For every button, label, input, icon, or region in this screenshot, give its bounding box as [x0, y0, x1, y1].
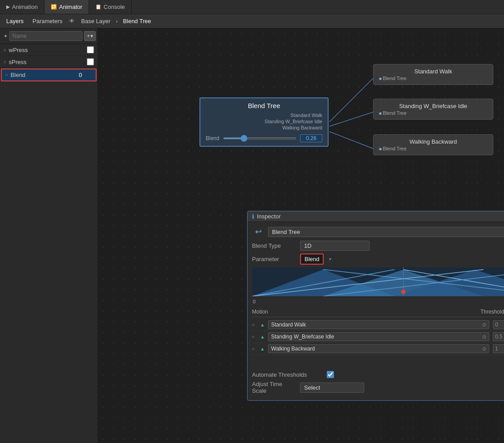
base-layer-breadcrumb[interactable]: Base Layer — [77, 14, 115, 28]
parameter-value-highlighted: Blend — [300, 254, 324, 265]
motion-name-0: Standard Walk — [271, 322, 480, 328]
standard-walk-title: Standard Walk — [379, 68, 488, 75]
blend-type-select[interactable]: 1D 2D Simple Directional 2D Freeform Dir… — [300, 241, 370, 251]
search-input[interactable] — [9, 31, 82, 41]
automate-thresholds-label: Automate Thresholds — [252, 371, 323, 378]
walking-backward-node[interactable]: Walking Backward ■ Blend Tree — [373, 134, 493, 155]
connector-dot2: ■ — [379, 111, 383, 116]
motion-arrow-1: ▲ — [260, 334, 266, 339]
blend-value-display: 0.26 — [300, 134, 322, 142]
param-value-blend[interactable] — [79, 72, 92, 78]
automate-thresholds-row: Automate Thresholds — [252, 371, 504, 378]
svg-point-13 — [401, 290, 406, 294]
adjust-time-scale-select[interactable]: Select Homogeneous Speed — [300, 383, 364, 393]
info-icon: ℹ — [252, 213, 254, 220]
main-node-sub2: Standing W_Briefcase Idle — [206, 118, 322, 125]
animator-tab-label: Animator — [59, 4, 82, 10]
inspector-titlebar: ℹ Inspector 🔒 ⋮ — [248, 211, 504, 222]
adjust-time-scale-wrapper: Select Homogeneous Speed ▾ — [300, 383, 504, 393]
search-decoration: ✦ — [4, 33, 8, 39]
inspector-title-label: Inspector — [257, 213, 280, 220]
blend-tree-name-input[interactable] — [268, 227, 504, 237]
tab-animator[interactable]: 🔁 Animator — [45, 0, 89, 14]
blend-tree-breadcrumb[interactable]: Blend Tree — [118, 14, 155, 28]
param-checkbox-wpress[interactable] — [87, 46, 94, 53]
motion-circle-1[interactable]: ⊙ — [482, 334, 486, 340]
motion-name-wrap-1: Standing W_Briefcase Idle ⊙ — [268, 332, 489, 341]
animation-icon: ▶ — [6, 4, 10, 10]
connector-dot: ■ — [379, 76, 383, 81]
blend-type-select-wrapper: 1D 2D Simple Directional 2D Freeform Dir… — [300, 241, 504, 251]
eye-icon[interactable]: 👁 — [67, 16, 77, 26]
inspector-body: ↩ ? ⋮ Blend Type 1D 2D Simple Directiona… — [248, 222, 504, 400]
param-name-blend: Blend — [11, 72, 76, 78]
top-tab-bar: ▶ Animation 🔁 Animator 📋 Console — [0, 0, 504, 14]
range-min-label: 0 — [253, 299, 256, 304]
standing-briefcase-node[interactable]: Standing W_Briefcase Idle ■ Blend Tree — [373, 99, 493, 120]
main-node-sub3: Walking Backward — [206, 125, 322, 131]
main-blend-tree-node[interactable]: Blend Tree Standard Walk Standing W_Brie… — [199, 97, 329, 147]
standard-walk-sub-label: Blend Tree — [383, 76, 406, 81]
motion-circle-0[interactable]: ⊙ — [482, 322, 486, 328]
drag-handle-blend-icon: ≡ — [5, 72, 8, 77]
threshold-col-label: Threshold — [480, 309, 504, 315]
motion-arrow-0: ▲ — [260, 322, 266, 327]
blend-tree-name-row: ↩ ? ⋮ — [252, 226, 504, 238]
sidebar-item-blend: ≡ Blend — [1, 68, 97, 81]
motion-header: Motion Threshold ⊕ ⟺ — [252, 307, 504, 317]
drag-handle-icon: ≡ — [4, 48, 6, 52]
motion-threshold-1[interactable] — [493, 332, 504, 341]
drag-handle-motion-1: ≡ — [252, 334, 258, 339]
motion-buttons: + − — [252, 357, 504, 367]
parameter-value-text: Blend — [305, 256, 319, 262]
blend-graph-svg — [252, 267, 504, 296]
motion-name-1: Standing W_Briefcase Idle — [271, 334, 480, 340]
motion-name-wrap-0: Standard Walk ⊙ — [268, 320, 489, 329]
blend-graph — [252, 267, 504, 296]
param-name-spress: sPress — [9, 59, 84, 65]
console-tab-label: Console — [104, 4, 125, 10]
walking-backward-title: Walking Backward — [379, 138, 488, 145]
inspector-title-left: ℹ Inspector — [252, 213, 280, 220]
automate-thresholds-checkbox[interactable] — [327, 371, 334, 378]
standard-walk-sub: ■ Blend Tree — [379, 76, 488, 81]
drag-handle-motion-2: ≡ — [252, 346, 258, 351]
blend-slider-label: Blend — [206, 135, 219, 141]
chevron-down-icon: ▾ — [90, 33, 93, 39]
param-name-wpress: wPress — [9, 47, 84, 53]
motion-col-label: Motion — [252, 309, 480, 315]
walking-backward-sub: ■ Blend Tree — [379, 146, 488, 151]
console-icon: 📋 — [95, 4, 102, 10]
sidebar-search-bar: ✦ + ▾ — [0, 28, 98, 44]
motion-row-0: ≡ ▲ Standard Walk ⊙ — [252, 319, 504, 331]
standing-briefcase-title: Standing W_Briefcase Idle — [379, 103, 488, 109]
motion-threshold-0[interactable] — [493, 320, 504, 329]
param-checkbox-spress[interactable] — [87, 58, 94, 65]
parameter-row: Parameter Blend ▾ — [252, 254, 504, 265]
main-layout: ✦ + ▾ ≡ wPress ≡ sPress ≡ Blend — [0, 28, 504, 443]
svg-line-0 — [329, 78, 373, 122]
sidebar-item-spress: ≡ sPress — [0, 56, 98, 68]
tab-console[interactable]: 📋 Console — [89, 0, 132, 14]
animator-icon: 🔁 — [51, 4, 57, 10]
motion-circle-2[interactable]: ⊙ — [482, 346, 486, 352]
graph-area[interactable]: Blend Tree Standard Walk Standing W_Brie… — [98, 28, 504, 443]
standard-walk-node[interactable]: Standard Walk ■ Blend Tree — [373, 64, 493, 85]
motion-name-wrap-2: Walking Backward ⊙ — [268, 344, 489, 353]
add-param-button[interactable]: + ▾ — [84, 31, 96, 41]
svg-line-1 — [329, 112, 373, 126]
back-icon[interactable]: ↩ — [252, 226, 264, 238]
parameter-dropdown-icon[interactable]: ▾ — [329, 257, 331, 262]
animation-tab-label: Animation — [12, 4, 38, 10]
sidebar: ✦ + ▾ ≡ wPress ≡ sPress ≡ Blend — [0, 28, 98, 443]
blend-type-row: Blend Type 1D 2D Simple Directional 2D F… — [252, 241, 504, 251]
layers-tab[interactable]: Layers — [2, 14, 28, 28]
tab-animation[interactable]: ▶ Animation — [0, 0, 45, 14]
parameters-tab[interactable]: Parameters — [28, 14, 67, 28]
parameter-label: Parameter — [252, 256, 297, 262]
motion-row-2: ≡ ▲ Walking Backward ⊙ — [252, 343, 504, 355]
blend-slider[interactable] — [223, 137, 297, 139]
motion-threshold-2[interactable] — [493, 344, 504, 353]
motion-row-1: ≡ ▲ Standing W_Briefcase Idle ⊙ — [252, 331, 504, 343]
walking-backward-sub-label: Blend Tree — [383, 146, 406, 151]
